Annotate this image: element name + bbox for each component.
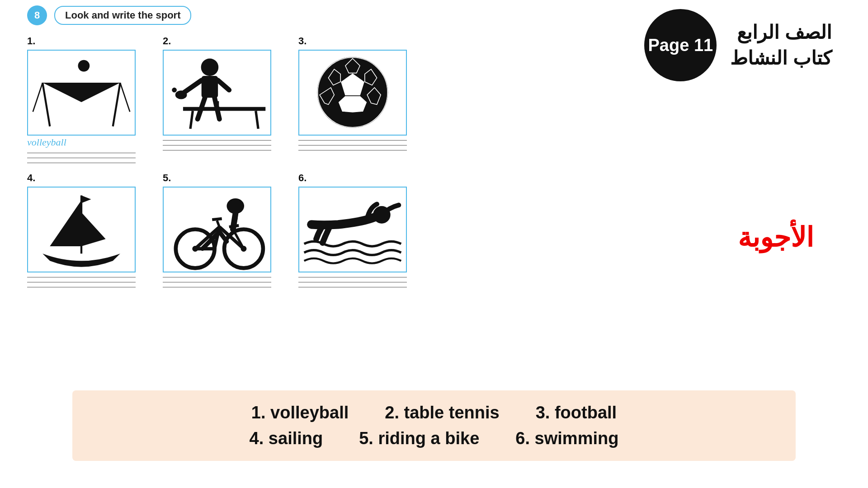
swimming-icon (299, 187, 406, 272)
svg-line-42 (217, 221, 219, 227)
sport-item-5: 5. (163, 172, 271, 287)
svg-marker-29 (81, 196, 91, 203)
arabic-line1: الصف الرابع (737, 21, 832, 43)
sport-box-5 (163, 187, 271, 272)
answer-6: 6. swimming (515, 429, 618, 448)
answers-row-2: 4. sailing 5. riding a bike 6. swimming (250, 429, 619, 448)
answers-row-1: 1. volleyball 2. table tennis 3. footbal… (251, 403, 617, 422)
svg-line-13 (184, 80, 202, 93)
writing-lines-1: volleyball (27, 140, 136, 163)
writing-lines-3 (298, 140, 407, 150)
answer-1: 1. volleyball (251, 403, 349, 422)
svg-rect-12 (202, 76, 218, 98)
writing-lines-4 (27, 277, 136, 287)
sport-item-6: 6. (298, 172, 407, 287)
item-number-2: 2. (163, 35, 174, 47)
writing-lines-6 (298, 277, 407, 287)
svg-line-5 (120, 83, 130, 112)
item-number-1: 1. (27, 35, 38, 47)
svg-marker-3 (42, 83, 120, 103)
football-icon (299, 50, 406, 136)
sport-box-6 (298, 187, 407, 272)
item-number-6: 6. (298, 172, 309, 184)
answer-5: 5. riding a bike (359, 429, 479, 448)
instruction-box: Look and write the sport (54, 6, 191, 25)
sport-item-4: 4. (27, 172, 136, 287)
riding-bike-icon (164, 187, 270, 272)
svg-line-43 (212, 219, 222, 220)
svg-marker-31 (81, 212, 106, 246)
svg-line-10 (256, 111, 258, 129)
arabic-line2: كتاب النشاط (730, 47, 832, 69)
svg-line-16 (218, 80, 229, 90)
svg-marker-25 (338, 96, 367, 113)
svg-line-49 (233, 219, 235, 230)
sport-item-3: 3. (298, 35, 407, 163)
svg-line-17 (198, 98, 205, 119)
page-circle: Page 11 (644, 9, 717, 81)
sport-item-2: 2. (163, 35, 271, 163)
svg-point-11 (201, 59, 219, 76)
svg-point-14 (175, 91, 187, 99)
answer-2: 2. table tennis (385, 403, 499, 422)
svg-line-9 (190, 111, 193, 129)
sport-box-1 (27, 50, 136, 136)
item-number-5: 5. (163, 172, 174, 184)
sport-box-3 (298, 50, 407, 136)
sport-item-1: 1. volleyball (27, 35, 136, 163)
svg-rect-6 (183, 107, 265, 111)
svg-point-0 (78, 60, 90, 72)
writing-lines-5 (163, 277, 271, 287)
svg-point-15 (172, 88, 177, 93)
svg-line-1 (42, 83, 50, 127)
sport-box-2 (163, 50, 271, 136)
answer-4: 4. sailing (250, 429, 323, 448)
answers-label: الأجوبة (738, 221, 814, 253)
writing-lines-2 (163, 140, 271, 150)
exercise-number: 8 (27, 5, 47, 25)
answer-text-1: volleyball (27, 136, 136, 148)
volleyball-icon (28, 50, 135, 136)
svg-line-2 (113, 83, 120, 127)
svg-line-18 (215, 98, 220, 119)
sailing-icon (28, 187, 135, 272)
svg-marker-30 (50, 201, 81, 247)
sport-box-4 (27, 187, 136, 272)
page-info: Page 11 الصف الرابع كتاب النشاط (644, 9, 832, 81)
svg-line-4 (33, 83, 42, 112)
item-number-4: 4. (27, 172, 38, 184)
answers-box: 1. volleyball 2. table tennis 3. footbal… (72, 390, 796, 461)
item-number-3: 3. (298, 35, 309, 47)
arabic-info: الصف الرابع كتاب النشاط (730, 21, 832, 69)
answer-3: 3. football (536, 403, 617, 422)
table-tennis-icon (164, 50, 270, 136)
